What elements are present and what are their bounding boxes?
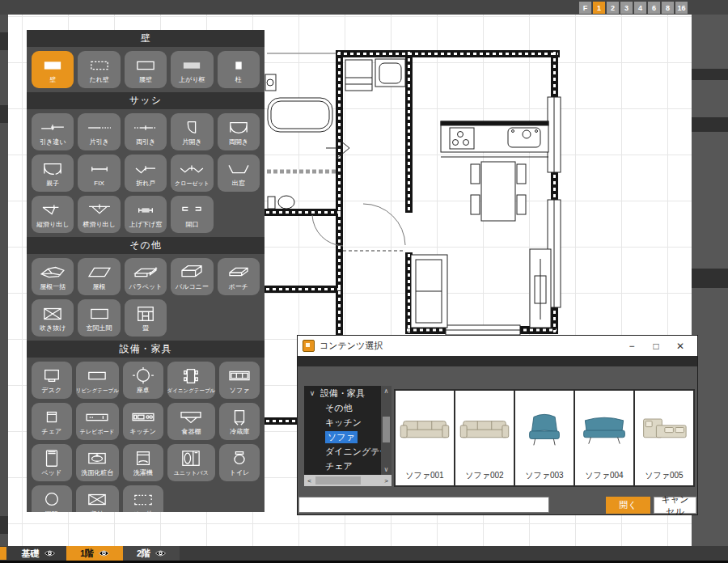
palette-item-sentakuki[interactable]: 洗濯機 <box>123 444 163 481</box>
visibility-eye-icon[interactable] <box>155 549 166 557</box>
senmendai-icon <box>83 448 111 469</box>
zoom-level-1[interactable]: 1 <box>593 2 605 14</box>
palette-item-pillar[interactable]: 柱 <box>218 51 260 88</box>
palette-item-tv_board[interactable]: テレビボード <box>76 403 119 440</box>
palette-item-genkan_doma[interactable]: 玄関土間 <box>78 299 120 337</box>
catalog-item[interactable]: ソファ005 <box>635 391 693 485</box>
palette-grid: デスク リビングテーブル 座卓 ダイニングテーブル ソファ チェア テレビボード… <box>27 358 265 512</box>
catalog-item[interactable]: ソファ004 <box>575 391 635 485</box>
palette-item-oredo[interactable]: 折れ戸 <box>125 155 167 192</box>
tree-horizontal-scrollbar[interactable]: < > <box>304 475 392 486</box>
palette-item-tatesuberi[interactable]: 縦滑り出し <box>32 196 74 233</box>
palette-item-unit_bath[interactable]: ユニットバス <box>167 444 216 481</box>
zoom-level-6[interactable]: 6 <box>648 2 660 14</box>
palette-item-koshi_wall[interactable]: 腰壁 <box>125 51 167 88</box>
palette-item-katabiki[interactable]: 片引き <box>78 113 120 150</box>
zoom-level-3[interactable]: 3 <box>620 2 633 14</box>
tree-item-ダイニングテー[interactable]: ダイニングテー <box>304 444 381 459</box>
palette-item-senmendai[interactable]: 洗面化粧台 <box>76 444 119 481</box>
tree-item-その他[interactable]: その他 <box>304 400 381 415</box>
palette-item-porch[interactable]: ポーチ <box>218 258 260 295</box>
tree-item-キッチン[interactable]: キッチン <box>304 415 381 430</box>
palette-item-shuunou[interactable]: 収納 <box>76 485 119 512</box>
minimize-button[interactable]: − <box>620 337 644 356</box>
top-toolbar: F12346816 <box>0 0 728 15</box>
tree-vertical-scrollbar[interactable]: ∧ ∨ <box>381 386 392 475</box>
palette-item-hikichigai[interactable]: 引き違い <box>32 113 74 150</box>
palette-item-reizouko[interactable]: 冷蔵庫 <box>219 403 260 440</box>
palette-item-dining_table[interactable]: ダイニングテーブル <box>167 362 216 399</box>
visibility-eye-icon[interactable] <box>99 549 109 557</box>
palette-item-sofa[interactable]: ソファ <box>219 362 260 399</box>
tree-item-ソファ[interactable]: ソファ <box>304 430 381 444</box>
palette-item-agarikamachi[interactable]: 上がり框 <box>171 51 213 88</box>
balcony-icon <box>178 262 205 283</box>
palette-item-ryohiraki[interactable]: 両開き <box>218 113 260 150</box>
palette-item-ryobiki[interactable]: 両引き <box>125 113 167 150</box>
floor-tab-2階[interactable]: 2階 <box>123 546 180 561</box>
palette-grid: 引き違い 片引き 両引き 片開き 両開き 親子 FIX 折れ戸 クローゼット 出… <box>27 109 265 237</box>
scroll-down-icon[interactable]: ∨ <box>381 464 392 475</box>
scroll-right-icon[interactable]: > <box>381 477 392 485</box>
scroll-thumb[interactable] <box>315 476 361 485</box>
palette-item-desk[interactable]: デスク <box>32 362 72 399</box>
palette-item-parapet[interactable]: パラペット <box>125 258 167 295</box>
palette-item-agesage[interactable]: 上げ下げ窓 <box>125 196 167 233</box>
palette-item-kitchen[interactable]: キッチン <box>123 403 163 440</box>
cancel-button[interactable]: キャンセル <box>654 497 696 514</box>
catalog-item[interactable]: ソファ001 <box>396 391 455 485</box>
content-name-input[interactable] <box>298 497 549 513</box>
tatami-icon <box>132 303 159 324</box>
scroll-thumb[interactable] <box>383 417 390 442</box>
close-button[interactable]: ✕ <box>668 337 692 356</box>
palette-item-balcony[interactable]: バルコニー <box>171 258 213 295</box>
maximize-button[interactable]: □ <box>644 337 668 356</box>
palette-item-shoumei[interactable]: 照明 <box>32 485 72 512</box>
palette-item-tare_wall[interactable]: たれ壁 <box>78 51 120 88</box>
palette-item-katahiraki[interactable]: 片開き <box>171 113 213 150</box>
visibility-eye-icon[interactable] <box>44 549 55 557</box>
palette-item-yane[interactable]: 屋根 <box>78 258 120 295</box>
category-tree: ∨ 設備・家具 その他キッチンソファダイニングテーチェア ∧ ∨ <box>304 386 392 475</box>
floor-tab-1階[interactable]: 1階 <box>66 546 123 561</box>
palette-item-living_table[interactable]: リビングテーブル <box>76 362 119 399</box>
dialog-title-bar[interactable]: コンテンツ選択 −□✕ <box>298 336 697 356</box>
palette-item-sonota[interactable]: その他 <box>123 485 163 512</box>
palette-item-closet[interactable]: クローゼット <box>171 155 213 192</box>
palette-item-tatami[interactable]: 畳 <box>125 299 167 337</box>
left-scrollbar[interactable] <box>0 15 8 546</box>
zoom-level-8[interactable]: 8 <box>662 2 674 14</box>
shoumei-icon <box>38 489 66 510</box>
open-button[interactable]: 開く <box>606 497 650 514</box>
zoom-level-16[interactable]: 16 <box>675 2 688 14</box>
shokkidana-icon <box>177 407 205 428</box>
pillar-icon <box>225 55 252 76</box>
yane-icon <box>86 262 113 283</box>
palette-item-chair[interactable]: チェア <box>32 403 72 440</box>
catalog-item[interactable]: ソファ003 <box>515 391 575 485</box>
palette-item-kaikou[interactable]: 開口 <box>171 196 213 233</box>
palette-item-demado[interactable]: 出窓 <box>218 155 260 192</box>
ryobiki-icon <box>132 117 159 138</box>
palette-item-wall[interactable]: 壁 <box>32 51 74 88</box>
zoom-level-4[interactable]: 4 <box>634 2 646 14</box>
palette-item-zataku[interactable]: 座卓 <box>123 362 163 399</box>
palette-item-shokkidana[interactable]: 食器棚 <box>167 403 216 440</box>
palette-item-bed[interactable]: ベッド <box>32 444 72 481</box>
zoom-level-2[interactable]: 2 <box>607 2 619 14</box>
palette-item-oyako[interactable]: 親子 <box>32 155 74 192</box>
floor-tab-基礎[interactable]: 基礎 <box>10 546 66 561</box>
tree-item-root[interactable]: ∨ 設備・家具 <box>304 386 381 400</box>
palette-item-yokosuberi[interactable]: 横滑り出し <box>78 196 120 233</box>
palette-section-header: その他 <box>27 237 265 254</box>
zoom-level-F[interactable]: F <box>579 2 591 14</box>
palette-item-fix[interactable]: FIX <box>78 155 120 192</box>
tree-item-チェア[interactable]: チェア <box>304 459 381 473</box>
scroll-left-icon[interactable]: < <box>304 477 315 485</box>
palette-item-yane_ikkatsu[interactable]: 屋根一括 <box>32 258 74 295</box>
catalog-item[interactable]: ソファ002 <box>455 391 515 485</box>
scroll-up-icon[interactable]: ∧ <box>381 386 392 396</box>
fix-icon <box>86 159 113 180</box>
palette-item-toilet[interactable]: トイレ <box>219 444 260 481</box>
palette-item-fukinuke[interactable]: 吹き抜け <box>32 299 74 337</box>
